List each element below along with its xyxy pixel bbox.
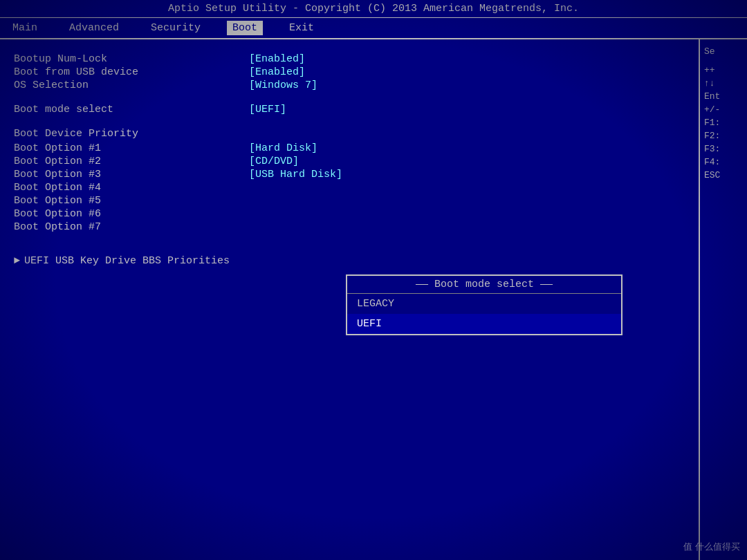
gap3 xyxy=(14,234,685,245)
boot-option-5-label: Boot Option #5 xyxy=(14,195,249,207)
boot-option-6-label: Boot Option #6 xyxy=(14,208,249,220)
boot-option-7-row: Boot Option #7 xyxy=(14,221,685,233)
boot-option-1-value[interactable]: [Hard Disk] xyxy=(249,142,317,154)
bootup-numlock-label: Bootup Num-Lock xyxy=(14,53,249,65)
os-selection-value[interactable]: [Windows 7] xyxy=(249,80,317,91)
os-selection-label: OS Selection xyxy=(14,80,249,91)
key-plus-plus: ++ xyxy=(704,65,743,75)
key-f2: F2: xyxy=(704,131,743,141)
title-bar: Aptio Setup Utility - Copyright (C) 2013… xyxy=(0,0,747,18)
boot-option-1-row: Boot Option #1 [Hard Disk] xyxy=(14,142,685,154)
boot-option-3-label: Boot Option #3 xyxy=(14,169,249,180)
boot-mode-label: Boot mode select xyxy=(14,104,249,115)
title-text: Aptio Setup Utility - Copyright (C) 2013… xyxy=(168,3,579,15)
key-plus-minus: +/- xyxy=(704,104,743,115)
right-sidebar: Se ++ ↑↓ Ent +/- F1: F2: F3: F4: ESC xyxy=(699,39,747,560)
boot-mode-row: Boot mode select [UEFI] xyxy=(14,104,685,115)
gap2 xyxy=(14,117,685,128)
boot-usb-row: Boot from USB device [Enabled] xyxy=(14,66,685,78)
content-area: Bootup Num-Lock [Enabled] Boot from USB … xyxy=(0,39,747,560)
boot-usb-value[interactable]: [Enabled] xyxy=(249,66,305,78)
bootup-numlock-row: Bootup Num-Lock [Enabled] xyxy=(14,53,685,65)
uefi-usb-key-label: UEFI USB Key Drive BBS Priorities xyxy=(24,255,230,267)
menu-main[interactable]: Main xyxy=(7,21,43,35)
os-selection-row: OS Selection [Windows 7] xyxy=(14,80,685,91)
boot-usb-label: Boot from USB device xyxy=(14,66,249,78)
gap1 xyxy=(14,93,685,104)
boot-option-2-value[interactable]: [CD/DVD] xyxy=(249,156,299,167)
bootup-numlock-value[interactable]: [Enabled] xyxy=(249,53,305,65)
boot-option-2-row: Boot Option #2 [CD/DVD] xyxy=(14,156,685,167)
popup-title: —— Boot mode select —— xyxy=(347,276,621,294)
arrow-icon: ► xyxy=(14,255,20,267)
bios-screen: Aptio Setup Utility - Copyright (C) 2013… xyxy=(0,0,747,560)
boot-option-6-row: Boot Option #6 xyxy=(14,208,685,220)
key-f3: F3: xyxy=(704,144,743,154)
boot-option-5-row: Boot Option #5 xyxy=(14,195,685,207)
menu-security[interactable]: Security xyxy=(145,21,206,35)
menu-boot[interactable]: Boot xyxy=(227,21,263,35)
popup-option-uefi[interactable]: UEFI xyxy=(347,314,621,334)
key-arrows: ↑↓ xyxy=(704,78,743,88)
menu-bar: Main Advanced Security Boot Exit xyxy=(0,18,747,39)
main-panel: Bootup Num-Lock [Enabled] Boot from USB … xyxy=(0,39,699,560)
boot-option-3-value[interactable]: [USB Hard Disk] xyxy=(249,169,342,180)
boot-mode-popup[interactable]: —— Boot mode select —— LEGACY UEFI xyxy=(346,274,622,335)
boot-option-4-label: Boot Option #4 xyxy=(14,182,249,194)
key-enter: Ent xyxy=(704,91,743,102)
sidebar-keys: ++ ↑↓ Ent +/- F1: F2: F3: F4: ESC xyxy=(704,65,743,180)
boot-priority-title: Boot Device Priority xyxy=(14,128,685,140)
uefi-usb-key-row[interactable]: ► UEFI USB Key Drive BBS Priorities xyxy=(14,255,685,267)
sidebar-top-label: Se xyxy=(704,46,743,57)
boot-option-2-label: Boot Option #2 xyxy=(14,156,249,167)
boot-mode-value[interactable]: [UEFI] xyxy=(249,104,286,115)
key-f4: F4: xyxy=(704,157,743,167)
boot-option-3-row: Boot Option #3 [USB Hard Disk] xyxy=(14,169,685,180)
key-f1: F1: xyxy=(704,118,743,128)
popup-option-legacy[interactable]: LEGACY xyxy=(347,294,621,314)
watermark: 值 什么值得买 xyxy=(683,541,740,553)
key-esc: ESC xyxy=(704,170,743,180)
boot-option-4-row: Boot Option #4 xyxy=(14,182,685,194)
boot-option-1-label: Boot Option #1 xyxy=(14,142,249,154)
menu-advanced[interactable]: Advanced xyxy=(64,21,124,35)
menu-exit[interactable]: Exit xyxy=(284,21,320,35)
boot-option-7-label: Boot Option #7 xyxy=(14,221,249,233)
